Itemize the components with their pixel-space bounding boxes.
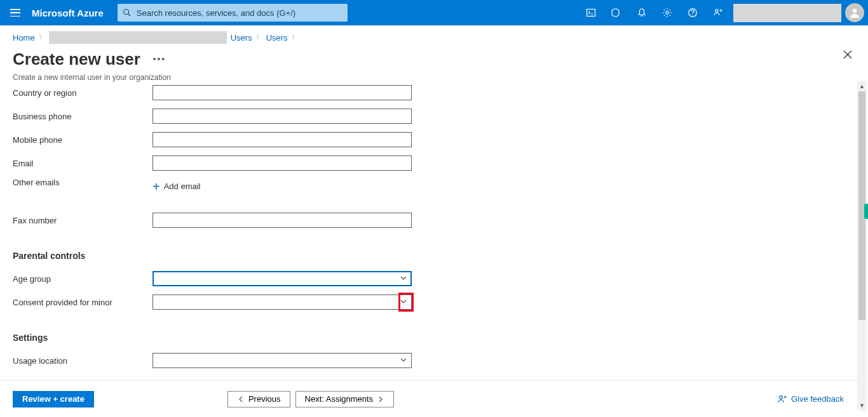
svg-point-7 xyxy=(715,10,718,12)
top-icons xyxy=(578,0,868,25)
cloud-shell-icon xyxy=(586,8,596,18)
chevron-down-icon xyxy=(400,356,407,364)
feedback-person-icon xyxy=(777,394,787,404)
plus-icon: + xyxy=(153,182,160,191)
add-email-label: Add email xyxy=(164,182,201,191)
form-content: Country or region Business phone Mobile … xyxy=(0,81,857,376)
global-search[interactable] xyxy=(118,4,348,22)
copilot-icon xyxy=(611,8,621,18)
svg-point-8 xyxy=(853,9,857,13)
consent-dropdown[interactable] xyxy=(153,295,412,310)
breadcrumb-home[interactable]: Home xyxy=(13,33,35,43)
help-icon xyxy=(688,8,698,18)
previous-button[interactable]: Previous xyxy=(227,391,290,407)
mobile-phone-input[interactable] xyxy=(153,132,412,147)
age-group-label: Age group xyxy=(13,274,153,284)
bell-icon xyxy=(637,8,647,18)
breadcrumb: Home 〉 Users 〉 Users 〉 xyxy=(0,25,868,46)
business-phone-label: Business phone xyxy=(13,112,153,121)
avatar-icon xyxy=(848,6,861,19)
search-wrap xyxy=(118,4,348,22)
chevron-right-icon xyxy=(377,395,384,403)
email-input[interactable] xyxy=(153,156,412,171)
business-phone-input[interactable] xyxy=(153,109,412,124)
svg-point-0 xyxy=(124,10,129,15)
brand-label[interactable]: Microsoft Azure xyxy=(31,8,118,18)
next-button[interactable]: Next: Assignments xyxy=(295,391,395,407)
next-label: Next: Assignments xyxy=(305,394,374,404)
add-email-button[interactable]: + Add email xyxy=(153,178,412,195)
feedback-icon xyxy=(713,8,723,18)
chevron-right-icon: 〉 xyxy=(256,33,262,42)
consent-label: Consent provided for minor xyxy=(13,298,153,307)
svg-point-6 xyxy=(692,15,693,15)
scroll-down-icon[interactable]: ▼ xyxy=(857,400,867,411)
scroll-up-icon[interactable]: ▲ xyxy=(857,81,867,91)
copilot-button[interactable] xyxy=(604,0,629,25)
breadcrumb-users-1[interactable]: Users xyxy=(231,33,252,43)
email-label: Email xyxy=(13,159,153,168)
tenant-redacted xyxy=(733,4,841,22)
settings-button[interactable] xyxy=(654,0,680,25)
chevron-right-icon: 〉 xyxy=(292,33,298,42)
country-label: Country or region xyxy=(13,88,153,98)
page-subtitle: Create a new internal user in your organ… xyxy=(13,73,855,82)
feedback-button[interactable] xyxy=(705,0,731,25)
parental-controls-header: Parental controls xyxy=(13,251,844,261)
footer-bar: Review + create Previous Next: Assignmen… xyxy=(0,380,857,417)
previous-label: Previous xyxy=(248,394,281,404)
chevron-down-icon xyxy=(400,298,407,305)
hamburger-icon xyxy=(10,9,20,17)
close-icon xyxy=(843,50,853,60)
svg-rect-2 xyxy=(587,10,595,17)
fax-input[interactable] xyxy=(153,213,412,228)
close-button[interactable] xyxy=(843,50,853,63)
age-group-dropdown[interactable] xyxy=(153,271,412,286)
page-title: Create new user xyxy=(13,50,140,69)
help-button[interactable] xyxy=(680,0,705,25)
fax-label: Fax number xyxy=(13,216,153,225)
gear-icon xyxy=(662,8,672,18)
chevron-left-icon xyxy=(237,395,245,403)
more-actions-button[interactable]: ••• xyxy=(153,54,166,64)
review-create-button[interactable]: Review + create xyxy=(13,391,94,407)
account-avatar[interactable] xyxy=(845,3,864,22)
other-emails-label: Other emails xyxy=(13,178,153,187)
settings-header: Settings xyxy=(13,333,844,343)
hamburger-menu-button[interactable] xyxy=(0,0,31,25)
svg-point-4 xyxy=(666,11,668,14)
svg-point-11 xyxy=(780,395,783,399)
review-create-label: Review + create xyxy=(22,394,85,404)
scrollbar[interactable]: ▲ ▼ xyxy=(857,81,867,411)
give-feedback-link[interactable]: Give feedback xyxy=(777,394,844,404)
chevron-right-icon: 〉 xyxy=(39,33,45,42)
search-icon xyxy=(123,8,132,17)
usage-location-dropdown[interactable] xyxy=(153,353,412,368)
cloud-shell-button[interactable] xyxy=(578,0,604,25)
top-bar: Microsoft Azure xyxy=(0,0,868,25)
search-input[interactable] xyxy=(137,8,343,18)
give-feedback-label: Give feedback xyxy=(791,394,844,404)
chevron-down-icon xyxy=(400,274,407,282)
svg-line-1 xyxy=(128,14,131,17)
help-tab[interactable] xyxy=(864,204,868,219)
country-input[interactable] xyxy=(153,85,412,100)
breadcrumb-redacted xyxy=(49,31,227,44)
usage-location-label: Usage location xyxy=(13,356,153,366)
breadcrumb-users-2[interactable]: Users xyxy=(266,33,288,43)
mobile-phone-label: Mobile phone xyxy=(13,135,153,145)
notifications-button[interactable] xyxy=(629,0,654,25)
